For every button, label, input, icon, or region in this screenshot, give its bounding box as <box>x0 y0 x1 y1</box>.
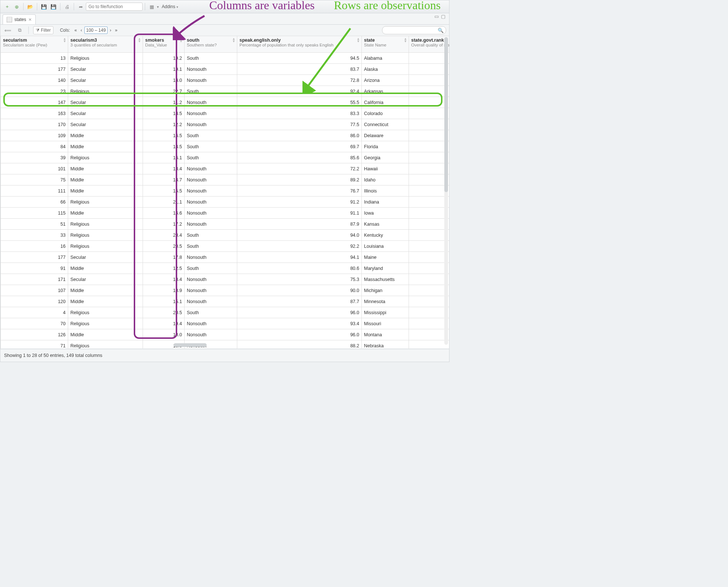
table-row[interactable]: 16Religious20.5South92.2Louisiana <box>1 241 449 252</box>
open-file-icon[interactable]: 📂 <box>26 2 35 11</box>
cell[interactable]: Connecticut <box>362 119 409 130</box>
cell[interactable]: Arkansas <box>362 86 409 97</box>
table-row[interactable]: 75Middle14.7Nonsouth89.2Idaho <box>1 174 449 185</box>
cell[interactable]: 170 <box>1 119 68 130</box>
cell[interactable]: Religious <box>68 197 143 208</box>
cols-next-icon[interactable]: › <box>108 27 113 34</box>
column-header-state[interactable]: stateState Name▲▼ <box>362 36 409 53</box>
cell[interactable]: 16.5 <box>143 130 185 141</box>
cell[interactable]: Montana <box>362 329 409 340</box>
cell[interactable]: Religious <box>68 219 143 230</box>
cell[interactable]: Maine <box>362 252 409 263</box>
cell[interactable]: Secular <box>68 108 143 119</box>
save-icon[interactable]: 💾 <box>39 2 48 11</box>
column-header-state.govt.rank[interactable]: state.govt.rankOverall quality of state … <box>409 36 449 53</box>
cell[interactable]: 13 <box>1 53 68 64</box>
cols-first-icon[interactable]: « <box>73 27 78 34</box>
cell[interactable]: 14.0 <box>143 75 185 86</box>
cell[interactable]: Middle <box>68 329 143 340</box>
table-row[interactable]: 91Middle12.5South80.6Maryland <box>1 263 449 274</box>
cell[interactable]: Nonsouth <box>185 274 237 285</box>
cell[interactable]: Nonsouth <box>185 185 237 197</box>
cell[interactable] <box>409 53 449 64</box>
table-row[interactable]: 51Religious17.2Nonsouth87.9Kansas <box>1 219 449 230</box>
cell[interactable]: 20.5 <box>143 307 185 318</box>
cell[interactable]: 177 <box>1 252 68 263</box>
tab-states[interactable]: states ✕ <box>3 14 36 24</box>
cell[interactable] <box>409 185 449 197</box>
cell[interactable]: South <box>185 263 237 274</box>
cell[interactable]: Nonsouth <box>185 97 237 108</box>
cell[interactable]: South <box>185 130 237 141</box>
cell[interactable]: 83.3 <box>237 108 362 119</box>
cell[interactable]: Middle <box>68 130 143 141</box>
cell[interactable] <box>409 230 449 241</box>
cell[interactable]: Nonsouth <box>185 318 237 329</box>
goto-input[interactable] <box>86 3 143 11</box>
cell[interactable]: Mississippi <box>362 307 409 318</box>
cell[interactable]: 101 <box>1 163 68 174</box>
cell[interactable]: 70 <box>1 318 68 329</box>
cell[interactable]: 75 <box>1 174 68 185</box>
cell[interactable]: 107 <box>1 285 68 296</box>
cell[interactable]: 91.2 <box>237 197 362 208</box>
cell[interactable]: 91.1 <box>237 208 362 219</box>
cell[interactable]: 15.1 <box>143 296 185 307</box>
cell[interactable]: Religious <box>68 230 143 241</box>
cell[interactable] <box>409 296 449 307</box>
cell[interactable]: Alabama <box>362 53 409 64</box>
cell[interactable] <box>409 263 449 274</box>
cell[interactable]: Nonsouth <box>185 208 237 219</box>
cell[interactable]: 94.5 <box>237 53 362 64</box>
cell[interactable]: Michigan <box>362 285 409 296</box>
cell[interactable]: 21.1 <box>143 197 185 208</box>
column-header-speak.english.only[interactable]: speak.english.onlyPercentage of populati… <box>237 36 362 53</box>
cell[interactable] <box>409 108 449 119</box>
cell[interactable]: California <box>362 97 409 108</box>
cell[interactable]: 92.2 <box>237 241 362 252</box>
cell[interactable]: Maryland <box>362 263 409 274</box>
cell[interactable]: 72.2 <box>237 163 362 174</box>
cell[interactable]: Louisiana <box>362 241 409 252</box>
filter-button[interactable]: ⧩ Filter <box>33 26 53 34</box>
cell[interactable]: Massachusetts <box>362 274 409 285</box>
cell[interactable]: 92.4 <box>237 86 362 97</box>
cell[interactable]: Indiana <box>362 197 409 208</box>
cell[interactable]: South <box>185 152 237 163</box>
cell[interactable]: 72.8 <box>237 75 362 86</box>
goto-arrow-icon[interactable]: ➦ <box>76 2 85 11</box>
cell[interactable]: Middle <box>68 285 143 296</box>
cell[interactable]: 77.5 <box>237 119 362 130</box>
minimize-pane-icon[interactable]: ▭ <box>434 14 439 19</box>
new-file-icon[interactable]: ＋ <box>3 2 11 11</box>
cell[interactable]: 23.4 <box>143 230 185 241</box>
cell[interactable]: Secular <box>68 64 143 75</box>
table-row[interactable]: 109Middle16.5South86.0Delaware <box>1 130 449 141</box>
cell[interactable]: Secular <box>68 119 143 130</box>
save-all-icon[interactable]: 💾 <box>49 2 58 11</box>
column-header-smokers[interactable]: smokersData_Value▲▼ <box>143 36 185 53</box>
cell[interactable]: 17.2 <box>143 219 185 230</box>
cell[interactable]: Georgia <box>362 152 409 163</box>
close-icon[interactable]: ✕ <box>28 17 32 22</box>
cell[interactable]: South <box>185 241 237 252</box>
cell[interactable]: 69.7 <box>237 141 362 152</box>
table-row[interactable]: 23Religious22.7South92.4Arkansas <box>1 86 449 97</box>
cell[interactable]: 39 <box>1 152 68 163</box>
table-row[interactable]: 33Religious23.4South94.0Kentucky <box>1 230 449 241</box>
popout-icon[interactable]: ⧉ <box>15 26 24 35</box>
cell[interactable]: 55.5 <box>237 97 362 108</box>
cols-range[interactable]: 100 – 149 <box>84 27 108 34</box>
column-header-secularism3[interactable]: secularism33 quantiles of secularism▲▼ <box>68 36 143 53</box>
cell[interactable]: 19.2 <box>143 53 185 64</box>
cell[interactable]: Minnesota <box>362 296 409 307</box>
cell[interactable]: 12.5 <box>143 263 185 274</box>
cell[interactable]: 51 <box>1 219 68 230</box>
cell[interactable]: 88.2 <box>237 340 362 349</box>
cell[interactable]: South <box>185 141 237 152</box>
print-icon[interactable]: 🖨 <box>63 2 71 11</box>
cell[interactable]: 120 <box>1 296 68 307</box>
cell[interactable]: Nonsouth <box>185 163 237 174</box>
cell[interactable]: Nonsouth <box>185 108 237 119</box>
cell[interactable]: 87.9 <box>237 219 362 230</box>
